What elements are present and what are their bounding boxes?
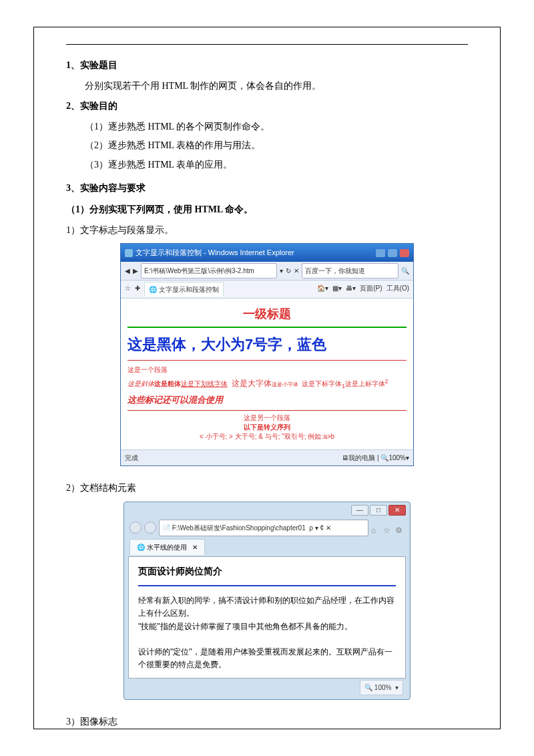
w7-tab-text: 水平线的使用 (147, 544, 187, 551)
zoom-icon: 🔍 (364, 684, 372, 691)
p-big: 这是大字体 (232, 379, 272, 388)
refresh-icon[interactable]: ↻ (286, 264, 291, 277)
xp-statusbar: 完成 🖥 我的电脑 | 🔍 100% ▾ (121, 449, 413, 465)
section-3-sub1: （1）分别实现下列网页，使用 HTML 命令。 (66, 201, 468, 219)
red-rule-1 (127, 360, 407, 361)
doc-title: 页面设计师岗位简介 (138, 564, 396, 578)
tools-menu[interactable]: 工具(O) (386, 282, 409, 297)
ie-window-7: — □ ✕ 📄 F:\Web基础研发\FashionShopping\chapt… (123, 502, 411, 701)
p2-c: < 小于号; > 大于号; & 与号; "双引号; 例如:a>b (200, 433, 334, 440)
w7-content: 页面设计师岗位简介 经常有新入职的同学，搞不清设计师和别的职位如产品经理，在工作… (128, 556, 406, 679)
favorites-icon[interactable]: ☆ (383, 523, 392, 532)
section-3-title: 3、实验内容与要求 (66, 180, 468, 198)
xp-content: 一级标题 这是黑体，大小为7号字，蓝色 这是一个段落 这是斜体这是粗体这是下划线… (121, 299, 413, 449)
header-rule (66, 44, 468, 45)
address-input[interactable]: 📄 F:\Web基础研发\FashionShopping\chapter01 ρ… (159, 520, 368, 536)
zoom-dropdown-icon[interactable]: ▾ (406, 451, 409, 464)
status-pc: 我的电脑 (348, 451, 375, 464)
section-1-title: 1、实验题目 (66, 57, 468, 75)
green-rule (127, 327, 407, 328)
p2-b: 以下是转义序列 (244, 423, 290, 431)
search-icon[interactable]: 🔍 (401, 264, 409, 277)
content-frame: 1、实验题目 分别实现若干个用 HTML 制作的网页，体会各自的作用。 2、实验… (33, 27, 501, 729)
address-input[interactable]: E:\书稿\Web书第三版\示例\例3-2.htm (141, 263, 277, 278)
print-icon[interactable]: 🖶▾ (346, 282, 356, 297)
back-button[interactable] (129, 522, 142, 534)
sample-mix: 这些标记还可以混合使用 (127, 392, 407, 409)
url-text: F:\Web基础研发\FashionShopping\chapter01 (172, 524, 306, 532)
w7-titlebar: — □ ✕ (124, 502, 410, 518)
sample-para-2: 这是另一个段落 以下是转义序列 < 小于号; > 大于号; & 与号; "双引号… (127, 413, 407, 441)
tab-icon: 🌐 (149, 286, 157, 293)
ie-window-xp: 文字显示和段落控制 - Windows Internet Explorer ◀ … (120, 243, 414, 465)
home-icon[interactable]: ⌂ (371, 523, 380, 532)
w7-tab[interactable]: 🌐 水平线的使用 ✕ (129, 539, 205, 555)
ie-tab-icon: 🌐 (137, 544, 145, 551)
sample-h1: 一级标题 (127, 303, 407, 325)
sample-para-1: 这是一个段落 这是斜体这是粗体这是下划线字体 这是大字体这是小字体 这是下标字体… (127, 363, 407, 392)
p-sub-wrap: 这是下标字体1 (302, 380, 345, 387)
file-icon: 📄 (162, 524, 170, 532)
screenshot-1-wrap: 文字显示和段落控制 - Windows Internet Explorer ◀ … (66, 243, 468, 466)
page-menu[interactable]: 页面(P) (360, 282, 382, 297)
screenshot-2-wrap: — □ ✕ 📄 F:\Web基础研发\FashionShopping\chapt… (66, 502, 468, 701)
p-small: 这是小字体 (272, 381, 298, 387)
minimize-button[interactable]: — (351, 505, 368, 516)
item-1-label: 1）文字标志与段落显示。 (66, 222, 468, 240)
doc-p1: 经常有新入职的同学，搞不清设计师和别的职位如产品经理，在工作内容上有什么区别。 (138, 594, 396, 620)
document-page: 1、实验题目 分别实现若干个用 HTML 制作的网页，体会各自的作用。 2、实验… (0, 0, 534, 756)
p-underline: 这是下划线字体 (181, 380, 228, 387)
xp-tab[interactable]: 🌐 文字显示和段落控制 (144, 282, 224, 297)
stop-icon[interactable]: ✕ (294, 264, 299, 277)
p-sub: 这是下标字体 (302, 380, 342, 387)
add-fav-icon[interactable]: ✚ (135, 282, 140, 297)
ie-icon (125, 249, 133, 257)
doc-p2: "技能"指的是设计师掌握了项目中其他角色都不具备的能力。 (138, 620, 396, 633)
p-sup-wrap: 这是上标字体2 (345, 380, 388, 387)
close-button[interactable] (400, 249, 409, 257)
w7-tab-row: 🌐 水平线的使用 ✕ (124, 538, 410, 556)
xp-tab-row: ☆ ✚ 🌐 文字显示和段落控制 🏠▾ ▦▾ 🖶▾ 页面(P) 工具(O) (121, 280, 413, 299)
sample-big-blue: 这是黑体，大小为7号字，蓝色 (127, 331, 407, 359)
dropdown-icon[interactable]: ▾ (280, 264, 283, 277)
section-2-title: 2、实验目的 (66, 98, 468, 116)
close-button[interactable]: ✕ (388, 505, 406, 516)
item-3-label: 3）图像标志 (66, 713, 468, 731)
section-2-item-2: （2）逐步熟悉 HTML 表格的作用与用法。 (85, 137, 468, 155)
item-2-label: 2）文档结构元素 (66, 480, 468, 498)
p-start: 这是一个段落 (127, 366, 168, 373)
forward-icon[interactable]: ▶ (133, 264, 138, 277)
blue-hr (138, 585, 396, 586)
xp-titlebar: 文字显示和段落控制 - Windows Internet Explorer (121, 244, 413, 262)
favorites-icon[interactable]: ☆ (125, 282, 131, 297)
w7-address-row: 📄 F:\Web基础研发\FashionShopping\chapter01 ρ… (124, 518, 410, 538)
section-1-body: 分别实现若干个用 HTML 制作的网页，体会各自的作用。 (66, 77, 468, 96)
p-bold: 这是粗体 (154, 380, 181, 387)
status-done: 完成 (125, 451, 138, 464)
zoom-icon[interactable]: 🔍 (380, 451, 388, 464)
status-zoom: 100% (388, 451, 406, 464)
url-controls: ρ ▾ ¢ ✕ (309, 524, 331, 532)
w7-statusbar: 🔍 100% ▾ (124, 679, 410, 697)
red-rule-2 (127, 410, 407, 411)
xp-title-text: 文字显示和段落控制 - Windows Internet Explorer (136, 246, 294, 260)
forward-button[interactable] (144, 522, 156, 534)
section-2-item-1: （1）逐步熟悉 HTML 的各个网页制作命令。 (85, 118, 468, 136)
p-sup: 2 (385, 378, 388, 385)
section-2-item-3: （3）逐步熟悉 HTML 表单的应用。 (85, 156, 468, 174)
minimize-button[interactable] (376, 249, 385, 257)
p2-a: 这是另一个段落 (244, 414, 290, 421)
maximize-button[interactable] (388, 249, 397, 257)
tools-icon[interactable]: ⚙ (395, 523, 405, 532)
zoom-control[interactable]: 🔍 100% ▾ (360, 680, 403, 695)
back-icon[interactable]: ◀ (125, 264, 130, 277)
xp-address-bar: ◀ ▶ E:\书稿\Web书第三版\示例\例3-2.htm ▾ ↻ ✕ 百度一下… (121, 262, 413, 280)
p-sup-text: 这是上标字体 (345, 380, 385, 387)
feed-icon[interactable]: ▦▾ (332, 282, 342, 297)
search-input[interactable]: 百度一下，你就知道 (302, 263, 398, 278)
zoom-text: 100% (374, 684, 392, 691)
maximize-button[interactable]: □ (370, 505, 387, 516)
computer-icon: 🖥 (342, 451, 348, 464)
p-ital: 这是斜体 (127, 380, 154, 387)
home-icon[interactable]: 🏠▾ (317, 282, 328, 297)
